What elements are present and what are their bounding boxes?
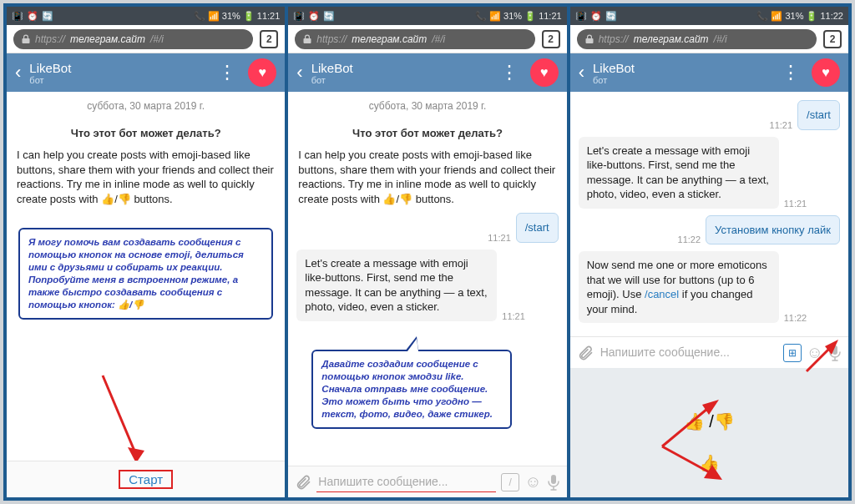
incoming-message-row: Now send me one or more emoticons that w… [579, 251, 840, 323]
heart-button[interactable]: ♥ [812, 58, 840, 87]
sync-icon: 🔄 [605, 11, 617, 22]
commands-button[interactable]: / [501, 473, 519, 491]
outgoing-message-row: 11:21 /start [579, 100, 840, 130]
svg-rect-3 [832, 345, 837, 355]
alarm-icon: ⏰ [308, 11, 320, 22]
mic-button[interactable] [547, 474, 560, 491]
sticker-option-1[interactable]: 👍 /👎 [570, 411, 848, 431]
battery-percent: 31% [222, 11, 240, 21]
annotation-arrow-fork [654, 396, 754, 488]
outgoing-message-row: 11:21 /start [296, 213, 558, 243]
back-icon[interactable]: ‹ [296, 62, 302, 83]
start-button[interactable]: Старт [7, 461, 285, 497]
bot-intro-text: I can help you create posts with emoji-b… [15, 148, 276, 206]
svg-line-0 [103, 375, 136, 455]
chat-body: суббота, 30 марта 2019 г. Что этот бот м… [7, 92, 285, 461]
incoming-message-bubble[interactable]: Now send me one or more emoticons that w… [579, 251, 779, 323]
lock-icon [22, 34, 30, 44]
incoming-message-bubble[interactable]: Let's create a message with emoji like-b… [296, 249, 497, 321]
translation-text: Давайте создадим сообщение с помощью кно… [321, 359, 493, 419]
status-time: 11:21 [539, 11, 562, 21]
battery-icon: 🔋 [524, 11, 536, 22]
url-path: /#/i [150, 33, 164, 45]
status-time: 11:22 [820, 11, 843, 21]
signal-icon: 📶 [771, 11, 782, 22]
phone-panel-3: 📳 ⏰ 🔄 📞 📶 31% 🔋 11:22 https://телеграм.с… [570, 7, 848, 497]
battery-icon: 🔋 [806, 11, 817, 22]
sync-icon: 🔄 [42, 11, 53, 22]
chat-header: ‹ LikeBot бот ⋮ ♥ [570, 53, 848, 92]
vibrate-icon: 📳 [12, 11, 23, 22]
screenshot-frame: 📳 ⏰ 🔄 📞 📶 31% 🔋 11:21 https://телеграм.с… [3, 3, 852, 501]
battery-percent: 31% [785, 11, 803, 21]
incoming-message-row: Let's create a message with emoji like-b… [296, 249, 558, 321]
message-time: 11:21 [502, 311, 525, 321]
battery-percent: 31% [503, 11, 522, 21]
tab-count-button[interactable]: 2 [542, 30, 560, 48]
message-input[interactable]: Напишите сообщение... [599, 342, 778, 363]
outgoing-message-bubble[interactable]: Установим кнопку лайк [706, 215, 840, 245]
phone-panel-1: 📳 ⏰ 🔄 📞 📶 31% 🔋 11:21 https://телеграм.с… [7, 7, 285, 497]
more-menu-icon[interactable]: ⋮ [497, 62, 522, 83]
tab-count-button[interactable]: 2 [823, 30, 842, 48]
message-time: 11:21 [488, 233, 511, 243]
chat-bottom-bar: Напишите сообщение... / ☺ [288, 466, 566, 497]
date-separator: суббота, 30 марта 2019 г. [15, 100, 276, 112]
chat-body: 11:21 /start Let's create a message with… [570, 92, 848, 336]
bot-heading: Что этот бот может делать? [296, 127, 558, 139]
alarm-icon: ⏰ [27, 11, 38, 22]
more-menu-icon[interactable]: ⋮ [778, 62, 803, 83]
signal-icon: 📶 [489, 11, 501, 22]
translation-callout: Я могу помочь вам создавать сообщения с … [18, 228, 273, 320]
back-icon[interactable]: ‹ [579, 62, 584, 83]
attach-icon[interactable] [295, 474, 311, 491]
incoming-message-row: Let's create a message with emoji like-b… [579, 137, 840, 209]
sticker-option-2[interactable]: 👍 [570, 453, 848, 473]
emoji-button[interactable]: ☺ [524, 472, 541, 491]
bot-intro-text: I can help you create posts with emoji-b… [296, 148, 558, 206]
bot-heading: Что этот бот может делать? [15, 127, 276, 139]
tab-count-button[interactable]: 2 [260, 30, 278, 48]
signal-icon: 📶 [208, 11, 220, 22]
svg-marker-1 [128, 447, 144, 461]
url-box[interactable]: https://телеграм.сайт/#/i [577, 29, 817, 49]
chat-bottom-bar: Напишите сообщение... ⊞ ☺ 👍 /👎 👍 [570, 336, 848, 497]
more-menu-icon[interactable]: ⋮ [215, 62, 240, 83]
mic-button[interactable] [828, 345, 842, 361]
emoji-button[interactable]: ☺ [807, 343, 823, 362]
heart-button[interactable]: ♥ [248, 58, 276, 87]
chat-header: ‹ LikeBot бот ⋮ ♥ [7, 53, 285, 92]
browser-bar: https://телеграм.сайт/#/i 2 [7, 25, 285, 53]
status-bar: 📳 ⏰ 🔄 📞 📶 31% 🔋 11:22 [570, 7, 848, 25]
phone-icon: 📞 [756, 11, 768, 22]
status-time: 11:21 [257, 11, 281, 21]
back-icon[interactable]: ‹ [15, 62, 21, 83]
url-scheme: https:// [35, 33, 65, 45]
keyboard-grid-button[interactable]: ⊞ [783, 344, 802, 362]
incoming-message-bubble[interactable]: Let's create a message with emoji like-b… [579, 137, 779, 209]
url-host: телеграм.сайт [70, 33, 145, 45]
outgoing-message-bubble[interactable]: /start [797, 100, 840, 130]
heart-button[interactable]: ♥ [530, 58, 559, 87]
chat-header: ‹ LikeBot бот ⋮ ♥ [288, 53, 566, 92]
message-input[interactable]: Напишите сообщение... [316, 471, 496, 492]
translation-callout: Давайте создадим сообщение с помощью кно… [311, 350, 512, 429]
battery-icon: 🔋 [243, 11, 255, 22]
annotation-arrow [86, 367, 153, 461]
svg-rect-2 [551, 475, 556, 484]
outgoing-message-bubble[interactable]: /start [516, 213, 559, 243]
browser-bar: https://телеграм.сайт/#/i 2 [570, 25, 848, 53]
date-separator: суббота, 30 марта 2019 г. [296, 100, 558, 112]
url-box[interactable]: https://телеграм.сайт/#/i [295, 29, 534, 49]
sticker-panel[interactable]: 👍 /👎 👍 [570, 368, 848, 497]
url-box[interactable]: https://телеграм.сайт/#/i [13, 29, 253, 49]
status-bar: 📳 ⏰ 🔄 📞 📶 31% 🔋 11:21 [288, 7, 566, 25]
lock-icon [303, 34, 311, 44]
status-bar: 📳 ⏰ 🔄 📞 📶 31% 🔋 11:21 [7, 7, 285, 25]
attach-icon[interactable] [577, 345, 594, 361]
chat-body: суббота, 30 марта 2019 г. Что этот бот м… [288, 92, 566, 466]
cancel-command-link[interactable]: /cancel [645, 288, 679, 300]
chat-title: LikeBot [29, 61, 206, 75]
vibrate-icon: 📳 [293, 11, 305, 22]
sync-icon: 🔄 [323, 11, 335, 22]
